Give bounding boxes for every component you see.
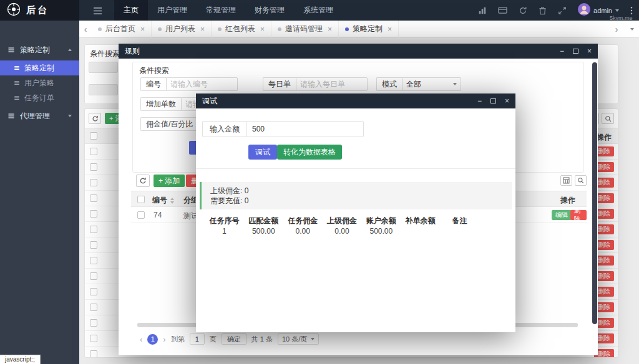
tab-后台首页[interactable]: 后台首页× [92,21,152,38]
next-page-icon[interactable]: › [163,335,165,344]
close-icon[interactable]: × [328,25,332,34]
search-icon[interactable] [575,175,587,186]
id-column-header[interactable]: 编号 [152,195,174,206]
maximize-icon[interactable] [573,49,578,54]
field-label: 每日单 [263,77,296,91]
pagination: ‹ 1 › 到第 页 确定 共 1 条 10 条/页 [140,333,319,345]
nav-item-用户管理[interactable]: 用户管理 [148,0,197,21]
prev-page-icon[interactable]: ‹ [140,335,142,344]
daily-orders-input[interactable] [296,77,368,91]
maximize-icon[interactable] [490,98,496,103]
row-checkbox[interactable] [90,272,97,280]
row-checkbox[interactable] [90,241,97,249]
hamburger-icon[interactable] [93,6,102,17]
minimize-icon[interactable]: − [560,47,564,55]
tabs-scroll-left[interactable]: ‹ [79,24,92,34]
debug-window-titlebar[interactable]: 调试 − × [196,93,515,108]
topbar: 后台 主页用户管理常规管理财务管理系统管理 admin [0,0,639,21]
row-checkbox[interactable] [90,210,97,218]
tab-label: 邀请码管理 [285,24,323,34]
sort-icon[interactable] [170,198,174,204]
debug-window-body: 输入金额 调试 转化为数据表格 上级佣金: 0 需要充值: 0 任务序号匹配金额… [196,108,515,332]
tabs-menu-icon[interactable] [630,28,634,31]
minimize-icon[interactable]: − [477,97,482,105]
debug-col-header: 任务佣金 [283,216,323,226]
debug-cell: 500.00 [361,227,401,236]
row-checkbox[interactable] [90,257,97,264]
action-column-header: 操作 [560,195,575,206]
nav-item-系统管理[interactable]: 系统管理 [294,0,343,21]
tab-红包列表[interactable]: 红包列表× [212,21,271,38]
nav-item-常规管理[interactable]: 常规管理 [197,0,245,21]
tab-用户列表[interactable]: 用户列表× [152,21,212,38]
debug-col-header: 账户余额 [361,216,401,226]
section-label: 策略定制 [20,45,63,55]
tab-label: 策略定制 [353,24,383,34]
convert-to-table-button[interactable]: 转化为数据表格 [277,145,342,160]
field-label: 模式 [376,77,402,91]
close-icon[interactable]: × [260,25,265,34]
sidebar-section-代理管理[interactable]: 代理管理 [0,105,79,127]
tab-策略定制[interactable]: 策略定制× [339,21,399,38]
tab-dot [158,27,162,31]
row-checkbox[interactable] [90,288,97,295]
chevron-down-icon [311,338,315,340]
field-mode: 模式 全部 [376,77,461,91]
row-checkbox[interactable] [90,335,97,342]
page-size-select[interactable]: 10 条/页 [278,333,319,345]
row-checkbox[interactable] [90,350,97,358]
row-checkbox[interactable] [90,304,97,311]
vertical-scrollbar[interactable] [592,62,597,324]
select-all-checkbox[interactable] [90,132,97,140]
row-checkbox[interactable] [90,226,97,233]
delete-button[interactable]: 删除 [570,210,587,220]
columns-icon[interactable] [560,175,572,186]
username: admin [593,7,612,14]
row-checkbox[interactable] [90,163,97,171]
select-all-checkbox[interactable] [137,196,145,203]
mode-select[interactable]: 全部 [402,77,461,91]
row-checkbox[interactable] [137,211,145,219]
fullscreen-icon[interactable] [558,6,567,15]
refresh-button[interactable] [136,175,150,187]
trash-icon[interactable] [539,6,547,15]
rule-window-titlebar[interactable]: 规则 − × [119,44,598,59]
kebab-icon[interactable] [630,6,633,15]
close-icon[interactable]: × [200,25,205,34]
chart-icon[interactable] [478,6,487,15]
refresh-icon[interactable] [519,6,527,15]
id-input[interactable] [166,77,238,91]
close-icon[interactable]: × [388,25,392,34]
sidebar-section-策略定制[interactable]: 策略定制 [0,39,79,60]
refresh-button[interactable] [89,113,101,124]
sidebar-item-策略定制[interactable]: 策略定制 [0,60,79,75]
chevron-down-icon [615,9,619,12]
amount-input[interactable] [246,121,364,137]
chevron-down-icon [453,83,457,85]
close-icon[interactable]: × [587,47,592,55]
close-icon[interactable]: × [140,25,145,34]
row-checkbox[interactable] [90,194,97,202]
row-checkbox[interactable] [90,319,97,327]
nav-item-财务管理[interactable]: 财务管理 [245,0,294,21]
confirm-button[interactable]: 确定 [222,333,246,345]
edit-button[interactable]: 编辑 [552,210,572,220]
row-checkbox[interactable] [90,148,97,155]
jump-page-input[interactable] [190,333,205,345]
logo-text: 后台 [26,4,49,16]
nav-item-主页[interactable]: 主页 [114,0,148,21]
debug-button[interactable]: 调试 [248,145,277,160]
tabs-scroll-right[interactable]: › [610,24,623,34]
rule-window-title: 规则 [125,46,551,57]
summary-line: 上级佣金: 0 [210,186,503,196]
row-checkbox[interactable] [90,179,97,186]
tab-dot [278,27,281,31]
card-icon[interactable] [498,6,507,14]
tab-邀请码管理[interactable]: 邀请码管理× [271,21,339,38]
search-icon[interactable] [602,113,614,124]
sidebar-item-任务订单[interactable]: 任务订单 [0,90,79,105]
add-button[interactable]: + 添加 [154,175,185,187]
close-icon[interactable]: × [505,97,509,105]
page-number[interactable]: 1 [147,334,158,345]
sidebar-item-用户策略[interactable]: 用户策略 [0,75,79,90]
